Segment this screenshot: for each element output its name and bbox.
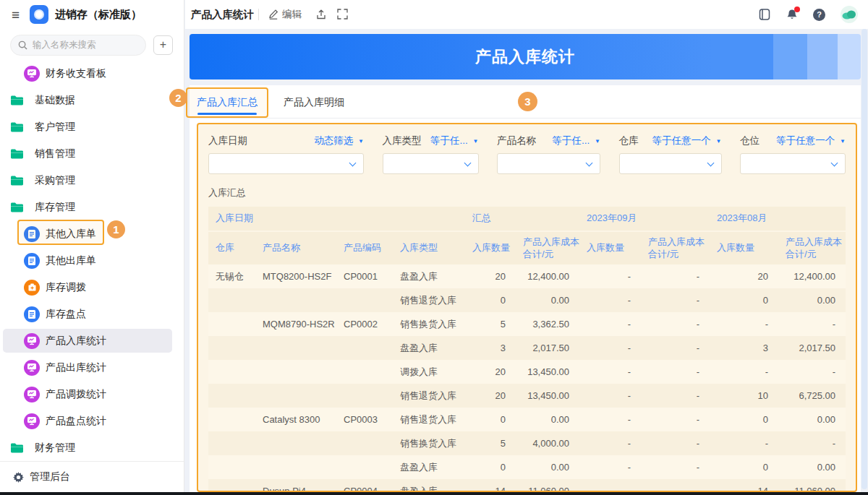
edit-button[interactable]: 编辑 (268, 0, 302, 29)
table-row: 盘盈入库00.00--00.00 (208, 455, 846, 479)
folder-icon (10, 121, 24, 133)
table-row: 盘盈入库32,017.50--32,017.50 (208, 336, 846, 360)
cell-cost-aug: 11,060.00 (778, 479, 846, 492)
cell-inbound-type: 调拨入库 (393, 360, 465, 384)
filter-warehouse: 仓库等于任意一个 ▼ (619, 134, 722, 174)
sidebar-item-inventory-mgmt[interactable]: 库存管理 (0, 194, 184, 220)
sidebar-item-purchase-mgmt[interactable]: 采购管理 (0, 167, 184, 194)
cell-warehouse (208, 431, 255, 455)
column-header: 入库数量 (579, 231, 641, 264)
avatar[interactable] (841, 6, 858, 23)
search-icon (18, 40, 27, 50)
column-header: 入库类型 (393, 231, 465, 264)
cell-qty-sept: - (579, 431, 641, 455)
cell-warehouse (208, 479, 255, 492)
column-header: 产品入库成本合计/元 (641, 231, 710, 264)
cell-qty-aug: 3 (710, 336, 778, 360)
tab-1[interactable]: 产品入库汇总 (197, 85, 258, 119)
filter-operator[interactable]: 动态筛选 ▼ (314, 134, 364, 147)
sidebar-item-base-data[interactable]: 基础数据 (0, 87, 184, 113)
sidebar-item-product-outbound-stats[interactable]: 产品出库统计 (0, 354, 184, 381)
sidebar-item-sales-mgmt[interactable]: 销售管理 (0, 140, 184, 167)
filter-operator[interactable]: 等于任意一个 ▼ (776, 134, 846, 147)
sidebar-item-finance-mgmt[interactable]: 财务管理 (0, 434, 184, 461)
gear-icon (13, 472, 24, 483)
menu-toggle-icon[interactable]: ≡ (12, 8, 20, 22)
filter-operator[interactable]: 等于任意一个 ▼ (652, 134, 722, 147)
add-button[interactable]: + (153, 35, 173, 55)
caret-down-icon: ▼ (595, 138, 600, 145)
cell-inbound-type: 销售退货入库 (393, 384, 465, 408)
search-input[interactable] (33, 40, 134, 50)
filter-select[interactable] (497, 153, 600, 174)
help-icon[interactable]: ? (813, 9, 825, 21)
sidebar-item-label: 产品出库统计 (46, 361, 106, 374)
sidebar-item-inventory-transfer[interactable]: 库存调拨 (0, 274, 184, 301)
document-icon (24, 226, 40, 242)
topbar-right-icons: ? (759, 0, 858, 29)
cell-cost-aug: 0.00 (778, 288, 846, 312)
filter-select[interactable] (740, 153, 846, 174)
folder-icon (10, 175, 24, 186)
cell-qty-total: 5 (465, 312, 516, 336)
cell-cost-total: 13,450.00 (516, 384, 579, 408)
cell-warehouse (208, 336, 255, 360)
sidebar-item-label: 库存盘点 (46, 308, 86, 321)
document-icon (24, 306, 40, 322)
cell-qty-aug: - (710, 360, 778, 384)
cell-qty-total: 20 (465, 384, 516, 408)
fullscreen-icon[interactable] (337, 9, 348, 20)
tab-2[interactable]: 产品入库明细 (284, 85, 344, 119)
journal-icon[interactable] (759, 9, 771, 20)
group-header: 汇总 (465, 207, 579, 231)
cell-product-name (255, 288, 336, 312)
filter-select[interactable] (208, 153, 364, 174)
cell-cost-total: 13,450.00 (516, 360, 579, 384)
cell-warehouse (208, 360, 255, 384)
filter-operator[interactable]: 等于任... ▼ (553, 134, 600, 147)
cell-inbound-type: 销售换货入库 (393, 312, 465, 336)
cell-warehouse: 无锡仓 (208, 264, 255, 288)
scrollbar[interactable] (861, 29, 867, 489)
sidebar-item-other-outbound[interactable]: 其他出库单 (0, 247, 184, 274)
cell-qty-total: 0 (465, 455, 516, 479)
sidebar-item-label: 其他入库单 (46, 228, 96, 241)
cell-inbound-type: 盘盈入库 (393, 455, 465, 479)
cell-qty-aug: 0 (710, 455, 778, 479)
sidebar-item-other-inbound[interactable]: 其他入库单 (0, 220, 184, 247)
sidebar-item-inventory-check[interactable]: 库存盘点 (0, 301, 184, 327)
filter-select[interactable] (383, 153, 479, 174)
cell-qty-sept: - (579, 264, 641, 288)
filter-product-name: 产品名称等于任... ▼ (497, 134, 600, 174)
sidebar-header: ≡ 进销存（标准版） (0, 0, 184, 29)
notification-bell-icon[interactable] (786, 9, 798, 21)
cell-qty-sept: - (579, 360, 641, 384)
chevron-down-icon (349, 160, 357, 167)
annotation-badge-2: 2 (169, 89, 187, 107)
sidebar-item-product-inbound-stats[interactable]: 产品入库统计 (0, 327, 184, 354)
sidebar-item-customer-mgmt[interactable]: 客户管理 (0, 113, 184, 140)
chevron-down-icon (707, 160, 714, 167)
cell-qty-aug: 20 (710, 264, 778, 288)
admin-entry[interactable]: 管理后台 (0, 461, 184, 492)
column-header-row: 仓库产品名称产品编码入库类型入库数量产品入库成本合计/元入库数量产品入库成本合计… (208, 231, 846, 264)
app-logo-icon (30, 5, 48, 24)
sidebar-item-product-transfer-stats[interactable]: 产品调拨统计 (0, 381, 184, 408)
annotation-badge-1: 1 (107, 220, 125, 238)
filter-operator[interactable]: 等于任... ▼ (430, 134, 478, 147)
cell-qty-total: 5 (465, 431, 516, 455)
share-icon[interactable] (315, 9, 327, 20)
sidebar-item-finance-dashboard[interactable]: 财务收支看板 (0, 60, 184, 87)
sidebar-item-label: 采购管理 (35, 174, 75, 187)
sidebar-item-label: 其他出库单 (46, 254, 96, 267)
filter-select[interactable] (619, 153, 722, 174)
window-bottom-edge (0, 492, 868, 495)
table-row: Catalyst 8300CP0003销售退货入库00.00--00.00 (208, 408, 846, 431)
search-box[interactable] (10, 35, 146, 56)
cell-cost-sept: - (641, 431, 710, 455)
column-header: 仓库 (208, 231, 255, 264)
cell-product-name (255, 336, 336, 360)
sidebar-item-product-check-stats[interactable]: 产品盘点统计 (0, 408, 184, 434)
filter-label: 入库类型 (383, 134, 422, 147)
chevron-down-icon (464, 160, 471, 167)
